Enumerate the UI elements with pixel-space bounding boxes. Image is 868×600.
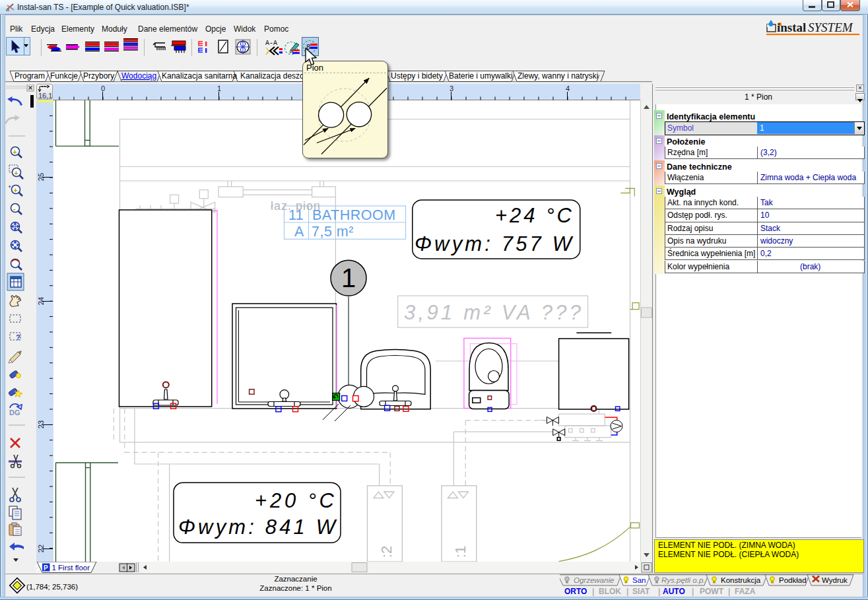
svg-text:Konstrukcja: Konstrukcja	[721, 576, 761, 584]
svg-text:P: P	[44, 564, 48, 572]
svg-text:3,91 m² VA ???: 3,91 m² VA ???	[404, 301, 582, 324]
svg-text:Wydruk: Wydruk	[822, 576, 848, 584]
svg-text:instal: instal	[777, 20, 806, 34]
svg-text:-: -	[13, 205, 16, 213]
svg-text:Podkład: Podkład	[779, 576, 807, 584]
svg-text:San: San	[632, 576, 646, 584]
svg-text:DG: DG	[9, 409, 20, 417]
svg-text:Kanalizacja deszcz: Kanalizacja deszcz	[240, 71, 308, 81]
svg-text:+: +	[14, 187, 18, 194]
svg-text:Ustępy i bidety: Ustępy i bidety	[391, 71, 443, 81]
svg-text:23: 23	[37, 420, 45, 428]
svg-text:1: 1	[217, 84, 221, 92]
svg-text:?: ?	[16, 333, 20, 341]
svg-text:Wodociąg: Wodociąg	[121, 71, 156, 81]
svg-text:+: +	[15, 170, 18, 177]
svg-text:Przybory: Przybory	[83, 71, 114, 81]
svg-text:24: 24	[37, 297, 45, 305]
svg-text:SYSTEM: SYSTEM	[808, 20, 853, 34]
svg-text::1: :1	[452, 546, 469, 558]
svg-text:7,5 m²: 7,5 m²	[312, 224, 354, 240]
svg-text:łaz. pion: łaz. pion	[271, 199, 321, 213]
svg-text:Baterie i umywalki: Baterie i umywalki	[449, 71, 513, 81]
svg-text:3: 3	[450, 84, 453, 92]
svg-text:22: 22	[37, 545, 45, 552]
svg-text:Program: Program	[15, 71, 45, 81]
svg-text:A: A	[294, 224, 304, 240]
svg-text::2: :2	[378, 546, 395, 558]
svg-text:Rys.pętli o.p.: Rys.pętli o.p.	[661, 576, 705, 584]
svg-text:Ogrzewanie: Ogrzewanie	[574, 576, 614, 584]
svg-text:+24 °C: +24 °C	[495, 204, 572, 227]
svg-text:Zlewy, wanny i natryski: Zlewy, wanny i natryski	[517, 71, 598, 81]
svg-text:Kanalizacja sanitarna: Kanalizacja sanitarna	[162, 71, 237, 81]
svg-text:1 First floor: 1 First floor	[52, 564, 90, 572]
svg-text:Funkcje: Funkcje	[50, 71, 78, 81]
svg-text:BATHROOM: BATHROOM	[312, 207, 396, 223]
svg-text:+: +	[8, 183, 11, 190]
svg-text:A-A: A-A	[265, 40, 277, 47]
svg-text:0: 0	[101, 84, 105, 92]
svg-text:25: 25	[37, 173, 45, 181]
svg-text:4: 4	[566, 84, 570, 92]
svg-text:+: +	[13, 149, 17, 156]
svg-text:+20 °C: +20 °C	[255, 489, 335, 512]
svg-text:1: 1	[341, 263, 356, 292]
